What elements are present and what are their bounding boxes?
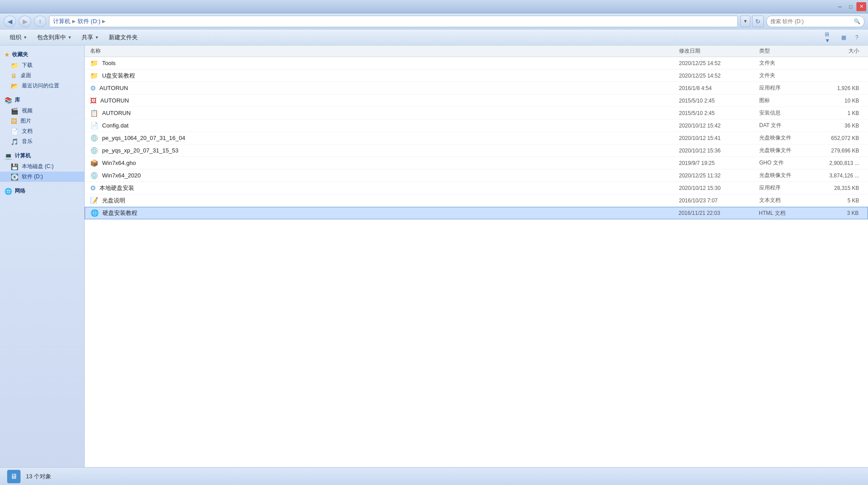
file-name-cell: ⚙ AUTORUN xyxy=(86,84,679,92)
column-size-header[interactable]: 大小 xyxy=(813,47,866,55)
file-name-text: AUTORUN xyxy=(99,85,128,91)
sidebar-item-recent[interactable]: 📂 最近访问的位置 xyxy=(0,81,84,91)
include-library-arrow-icon: ▼ xyxy=(68,35,72,40)
table-row[interactable]: ⚙ AUTORUN 2016/1/8 4:54 应用程序 1,926 KB xyxy=(85,82,868,95)
sidebar-item-video[interactable]: 🎬 视频 xyxy=(0,106,84,116)
help-button[interactable]: ? xyxy=(851,32,863,43)
file-date-cell: 2020/12/25 14:52 xyxy=(679,60,759,66)
file-name-text: Config.dat xyxy=(102,122,128,129)
file-name-cell: 📋 AUTORUN xyxy=(86,109,679,117)
forward-button[interactable]: ▶ xyxy=(19,16,31,27)
search-bar[interactable]: 🔍 xyxy=(766,16,864,27)
file-name-cell: 💿 pe_yqs_xp_20_07_31_15_53 xyxy=(86,147,679,155)
file-size-cell: 3,874,126 ... xyxy=(813,173,866,179)
sidebar-computer-header[interactable]: 💻 计算机 xyxy=(0,150,84,161)
minimize-button[interactable]: ─ xyxy=(835,2,845,11)
table-row[interactable]: 🌐 硬盘安装教程 2016/11/21 22:03 HTML 文档 3 KB xyxy=(85,207,868,219)
table-row[interactable]: ⚙ 本地硬盘安装 2020/10/12 15:30 应用程序 28,315 KB xyxy=(85,182,868,194)
sidebar-section-library: 📚 库 🎬 视频 🖼 图片 📄 文档 🎵 音乐 xyxy=(0,95,84,147)
sidebar-favorites-header[interactable]: ★ 收藏夹 xyxy=(0,49,84,60)
close-button[interactable]: ✕ xyxy=(856,2,866,11)
file-type-icon: 📝 xyxy=(90,197,99,205)
breadcrumb-arrow-1: ▶ xyxy=(72,19,76,24)
up-button[interactable]: ↑ xyxy=(34,16,46,27)
statusbar-app-icon: 🖥 xyxy=(7,470,21,483)
table-row[interactable]: 📋 AUTORUN 2015/5/10 2:45 安装信息 1 KB xyxy=(85,107,868,119)
file-name-cell: 💿 Win7x64_2020 xyxy=(86,172,679,180)
file-name-cell: 💿 pe_yqs_1064_20_07_31_16_04 xyxy=(86,134,679,142)
file-name-text: pe_yqs_1064_20_07_31_16_04 xyxy=(102,135,185,141)
organize-arrow-icon: ▼ xyxy=(23,35,27,40)
file-rows-container: 📁 Tools 2020/12/25 14:52 文件夹 📁 U盘安装教程 20… xyxy=(85,57,868,219)
breadcrumb-drive[interactable]: 软件 (D:) xyxy=(78,17,100,25)
file-type-cell: 文件夹 xyxy=(759,59,813,67)
sidebar-item-documents[interactable]: 📄 文档 xyxy=(0,126,84,136)
file-type-icon: 📦 xyxy=(90,159,99,167)
drive-d-icon: 💽 xyxy=(11,173,18,181)
breadcrumb-arrow-2: ▶ xyxy=(102,19,106,24)
view-toggle-button[interactable]: ⊞ ▼ xyxy=(824,32,836,43)
table-row[interactable]: 🖼 AUTORUN 2015/5/10 2:45 图标 10 KB xyxy=(85,95,868,107)
file-size-cell: 2,900,813 ... xyxy=(813,160,866,166)
address-dropdown-button[interactable]: ▼ xyxy=(740,16,750,27)
sidebar-library-header[interactable]: 📚 库 xyxy=(0,95,84,106)
file-name-cell: 🖼 AUTORUN xyxy=(86,97,679,104)
sidebar-item-music[interactable]: 🎵 音乐 xyxy=(0,136,84,147)
file-date-cell: 2020/10/12 15:30 xyxy=(679,185,759,191)
star-icon: ★ xyxy=(4,52,9,58)
file-name-cell: 📝 光盘说明 xyxy=(86,197,679,205)
sidebar-item-ddrive[interactable]: 💽 软件 (D:) xyxy=(0,172,84,182)
app-icon: 🖥 xyxy=(10,473,17,481)
table-row[interactable]: 📁 Tools 2020/12/25 14:52 文件夹 xyxy=(85,57,868,70)
file-type-cell: HTML 文档 xyxy=(759,210,812,217)
breadcrumb: 计算机 ▶ 软件 (D:) ▶ xyxy=(49,16,738,27)
file-size-cell: 1,926 KB xyxy=(813,85,866,91)
sidebar-network-header[interactable]: 🌐 网络 xyxy=(0,185,84,197)
file-type-icon: 🖼 xyxy=(90,97,97,104)
table-row[interactable]: 💿 Win7x64_2020 2020/12/25 11:32 光盘映像文件 3… xyxy=(85,169,868,182)
file-name-text: 硬盘安装教程 xyxy=(103,209,137,217)
file-pane: 名称 修改日期 类型 大小 📁 Tools 2020/12/25 14:52 文… xyxy=(85,45,868,467)
file-type-icon: 💿 xyxy=(90,147,99,155)
table-row[interactable]: 💿 pe_yqs_1064_20_07_31_16_04 2020/10/12 … xyxy=(85,132,868,144)
breadcrumb-computer[interactable]: 计算机 xyxy=(53,17,70,25)
file-type-cell: 图标 xyxy=(759,97,813,104)
column-type-header[interactable]: 类型 xyxy=(759,47,813,55)
organize-button[interactable]: 组织 ▼ xyxy=(5,31,32,44)
file-size-cell: 652,072 KB xyxy=(813,135,866,141)
column-date-header[interactable]: 修改日期 xyxy=(679,47,759,55)
file-type-cell: 应用程序 xyxy=(759,184,813,192)
file-name-text: AUTORUN xyxy=(100,97,129,104)
share-button[interactable]: 共享 ▼ xyxy=(77,31,103,44)
new-folder-button[interactable]: 新建文件夹 xyxy=(104,31,142,44)
refresh-button[interactable]: ↻ xyxy=(752,16,764,27)
column-name-header[interactable]: 名称 xyxy=(86,47,679,55)
table-row[interactable]: 💿 pe_yqs_xp_20_07_31_15_53 2020/10/12 15… xyxy=(85,144,868,157)
file-name-text: U盘安装教程 xyxy=(102,72,135,80)
include-library-button[interactable]: 包含到库中 ▼ xyxy=(33,31,76,44)
sidebar-item-downloads[interactable]: 📁 下载 xyxy=(0,60,84,70)
table-row[interactable]: 📄 Config.dat 2020/10/12 15:42 DAT 文件 36 … xyxy=(85,119,868,132)
file-date-cell: 2019/9/7 19:25 xyxy=(679,160,759,166)
sidebar-item-cdrive[interactable]: 💾 本地磁盘 (C:) xyxy=(0,161,84,172)
table-row[interactable]: 📦 Win7x64.gho 2019/9/7 19:25 GHO 文件 2,90… xyxy=(85,157,868,169)
table-row[interactable]: 📁 U盘安装教程 2020/12/25 14:52 文件夹 xyxy=(85,70,868,82)
file-size-cell: 279,696 KB xyxy=(813,148,866,154)
file-name-text: 本地硬盘安装 xyxy=(99,184,134,192)
file-type-cell: 文件夹 xyxy=(759,72,813,79)
share-arrow-icon: ▼ xyxy=(95,35,99,40)
search-input[interactable] xyxy=(770,18,852,25)
addressbar: ◀ ▶ ↑ 计算机 ▶ 软件 (D:) ▶ ▼ ↻ 🔍 xyxy=(0,13,868,29)
file-size-cell: 1 KB xyxy=(813,110,866,116)
sidebar-item-desktop[interactable]: 🖥 桌面 xyxy=(0,70,84,81)
sidebar: ★ 收藏夹 📁 下载 🖥 桌面 📂 最近访问的位置 📚 库 xyxy=(0,45,85,467)
maximize-button[interactable]: □ xyxy=(846,2,856,11)
table-row[interactable]: 📝 光盘说明 2016/10/23 7:07 文本文档 5 KB xyxy=(85,194,868,207)
sidebar-item-pictures[interactable]: 🖼 图片 xyxy=(0,116,84,126)
statusbar-count: 13 个对象 xyxy=(26,473,51,481)
file-date-cell: 2015/5/10 2:45 xyxy=(679,110,759,116)
file-name-cell: 📁 Tools xyxy=(86,59,679,67)
back-button[interactable]: ◀ xyxy=(4,16,16,27)
layout-button[interactable]: ▦ xyxy=(838,32,849,43)
file-type-icon: 🌐 xyxy=(91,209,99,217)
